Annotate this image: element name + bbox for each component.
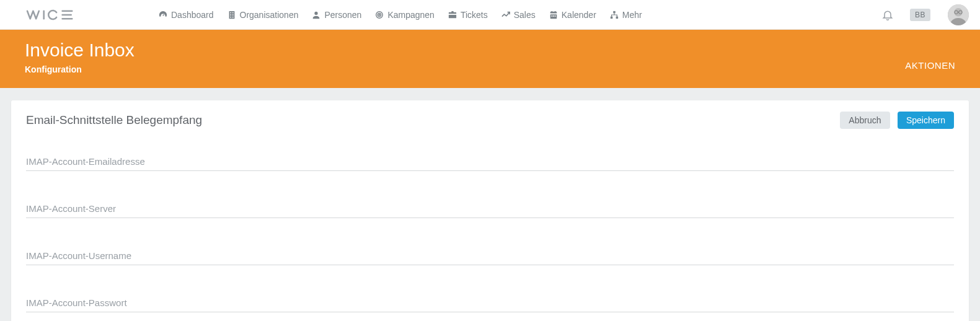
cancel-button[interactable]: Abbruch (840, 112, 890, 129)
user-badge[interactable]: BB (910, 9, 930, 21)
svg-rect-6 (616, 16, 618, 19)
nav-tickets-label: Tickets (461, 10, 488, 20)
imap-server-input[interactable] (26, 200, 954, 218)
card-title: Email-Schnittstelle Belegempfang (26, 113, 202, 127)
nav-mehr[interactable]: Mehr (610, 10, 642, 20)
building-icon (227, 11, 236, 19)
nav-personen-label: Personen (324, 10, 361, 20)
nav-dashboard[interactable]: Dashboard (159, 10, 214, 20)
nav-organisationen[interactable]: Organisationen (227, 10, 299, 20)
chart-icon (501, 11, 510, 19)
main-nav: Dashboard Organisationen Personen Kampag… (159, 10, 642, 20)
actions-menu[interactable]: AKTIONEN (905, 60, 955, 71)
brand-logo[interactable] (25, 8, 84, 22)
nav-kampagnen-label: Kampagnen (387, 10, 435, 20)
svg-rect-5 (611, 16, 613, 19)
svg-rect-4 (613, 11, 616, 13)
avatar[interactable] (948, 4, 969, 25)
dashboard-icon (159, 11, 167, 19)
nav-dashboard-label: Dashboard (171, 10, 214, 20)
page-header: Invoice Inbox Konfiguration AKTIONEN (0, 30, 980, 88)
nav-kalender[interactable]: Kalender (549, 10, 596, 20)
bell-icon[interactable] (881, 9, 894, 21)
config-card: Email-Schnittstelle Belegempfang Abbruch… (11, 100, 969, 321)
user-icon (312, 11, 320, 19)
imap-email-input[interactable] (26, 152, 954, 171)
nav-kalender-label: Kalender (562, 10, 596, 20)
imap-username-input[interactable] (26, 247, 954, 265)
nav-organisationen-label: Organisationen (240, 10, 299, 20)
nav-mehr-label: Mehr (622, 10, 642, 20)
nav-sales-label: Sales (514, 10, 536, 20)
nav-kampagnen[interactable]: Kampagnen (375, 10, 435, 20)
save-button[interactable]: Speichern (898, 112, 954, 129)
nav-tickets[interactable]: Tickets (448, 10, 488, 20)
imap-password-input[interactable] (26, 294, 954, 312)
svg-point-3 (379, 14, 380, 15)
page-subtitle: Konfiguration (25, 64, 135, 74)
nav-sales[interactable]: Sales (501, 10, 536, 20)
nav-personen[interactable]: Personen (312, 10, 361, 20)
page-title: Invoice Inbox (25, 40, 135, 61)
calendar-icon (549, 11, 558, 19)
target-icon (375, 11, 384, 19)
briefcase-icon (448, 11, 457, 19)
top-nav: Dashboard Organisationen Personen Kampag… (0, 0, 980, 30)
sitemap-icon (610, 11, 619, 19)
